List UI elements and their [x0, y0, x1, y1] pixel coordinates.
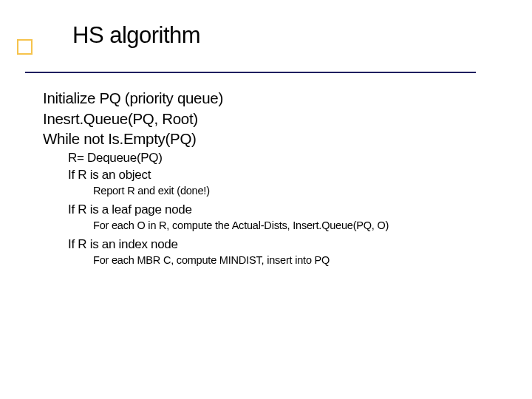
pseudocode-line: R= Dequeue(PQ)	[68, 150, 516, 166]
pseudocode-line: While not Is.Empty(PQ)	[43, 129, 516, 149]
pseudocode-line: Report R and exit (done!)	[93, 184, 516, 198]
pseudocode-line: If R is an index node	[68, 236, 516, 252]
pseudocode-line: For each MBR C, compute MINDIST, insert …	[93, 253, 516, 267]
slide-title: HS algorithm	[72, 22, 200, 49]
algorithm-body: Initialize PQ (priority queue) Inesrt.Qu…	[43, 89, 516, 271]
slide: HS algorithm Initialize PQ (priority que…	[0, 0, 532, 399]
pseudocode-line: For each O in R, compute the Actual-Dist…	[93, 219, 516, 233]
accent-square-icon	[17, 39, 33, 55]
pseudocode-line: Initialize PQ (priority queue)	[43, 89, 516, 108]
pseudocode-line: If R is an object	[68, 167, 516, 183]
title-underline	[25, 72, 476, 73]
pseudocode-line: Inesrt.Queue(PQ, Root)	[43, 109, 516, 129]
pseudocode-line: If R is a leaf page node	[68, 202, 516, 217]
